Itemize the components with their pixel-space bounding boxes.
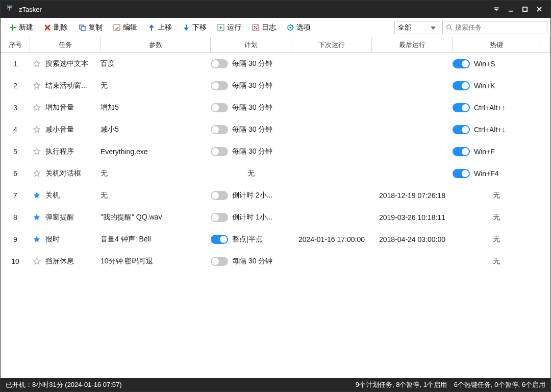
col-idx[interactable]: 序号 <box>1 37 30 52</box>
star-icon[interactable] <box>32 213 41 222</box>
hotkey-toggle[interactable] <box>453 147 470 156</box>
table-row[interactable]: 3增加音量增加5每隔 30 分钟Ctrl+Alt+↑ <box>1 96 550 118</box>
play-icon <box>217 23 225 32</box>
last-run-cell <box>372 96 453 118</box>
col-spacer <box>540 37 549 52</box>
search-input[interactable] <box>455 23 544 31</box>
star-icon[interactable] <box>32 257 41 266</box>
plan-cell: 每隔 30 分钟 <box>211 118 291 140</box>
row-index: 8 <box>1 206 30 228</box>
task-cell: 结束活动窗... <box>30 75 101 96</box>
minimize-icon[interactable] <box>504 2 518 16</box>
up-button[interactable]: 上移 <box>142 21 177 34</box>
run-button[interactable]: 运行 <box>212 21 246 34</box>
col-task[interactable]: 任务 <box>30 37 101 52</box>
hotkey-cell: Win+F <box>453 140 540 162</box>
plan-toggle[interactable] <box>211 147 228 156</box>
hotkey-toggle[interactable] <box>453 169 470 178</box>
star-icon[interactable] <box>32 81 41 90</box>
col-param[interactable]: 参数 <box>101 37 211 52</box>
filter-dropdown[interactable]: 全部 <box>394 21 439 34</box>
table-row[interactable]: 1搜索选中文本百度每隔 30 分钟Win+S <box>1 53 550 75</box>
star-icon[interactable] <box>32 169 41 178</box>
col-hotkey[interactable]: 热键 <box>453 37 540 52</box>
star-icon[interactable] <box>32 103 41 112</box>
last-run-cell: 2018-12-19 07:26:18 <box>372 184 453 206</box>
next-run-cell <box>291 96 372 118</box>
table-row[interactable]: 10挡屏休息10分钟 密码可退每隔 30 分钟无 <box>1 250 550 272</box>
svg-text:T: T <box>8 7 11 12</box>
col-next[interactable]: 下次运行 <box>291 37 372 52</box>
table-row[interactable]: 2结束活动窗...无每隔 30 分钟Win+K <box>1 75 550 96</box>
table-row[interactable]: 4减小音量减小5每隔 30 分钟Ctrl+Alt+↓ <box>1 118 550 140</box>
dropdown-window-icon[interactable] <box>489 2 504 16</box>
star-icon[interactable] <box>32 235 41 244</box>
table-row[interactable]: 8弹窗提醒"我的提醒" QQ.wav倒计时 1小...2019-03-26 10… <box>1 206 550 228</box>
table-row[interactable]: 9报时音量4 钟声: Bell整点|半点2024-01-16 17:00:002… <box>1 228 550 250</box>
table-row[interactable]: 6关机对话框无无Win+F4 <box>1 162 550 184</box>
plan-text: 倒计时 2小... <box>232 191 272 200</box>
uptime-text: 已开机：8小时31分 (2024-01-16 07:57) <box>6 380 122 389</box>
next-run-cell <box>291 184 372 206</box>
plan-toggle[interactable] <box>211 235 228 244</box>
task-name: 搜索选中文本 <box>45 59 88 68</box>
plan-toggle[interactable] <box>211 191 228 200</box>
column-headers: 序号 任务 参数 计划 下次运行 最后运行 热键 <box>1 37 550 53</box>
up-label: 上移 <box>158 23 172 32</box>
star-icon[interactable] <box>32 125 41 134</box>
next-run-cell <box>291 250 372 272</box>
param-cell: 无 <box>101 184 211 206</box>
plan-text: 每隔 30 分钟 <box>232 103 272 112</box>
next-run-cell <box>291 118 372 140</box>
next-run-cell <box>291 75 372 96</box>
delete-button[interactable]: 删除 <box>38 21 73 34</box>
col-plan[interactable]: 计划 <box>211 37 291 52</box>
plan-cell: 倒计时 2小... <box>211 184 291 206</box>
edit-button[interactable]: 编辑 <box>108 21 142 34</box>
app-icon: T <box>5 4 15 14</box>
hotkey-cell: Ctrl+Alt+↓ <box>453 118 540 140</box>
task-cell: 执行程序 <box>30 140 101 162</box>
close-icon[interactable] <box>532 2 546 16</box>
star-icon[interactable] <box>32 147 41 156</box>
plan-toggle[interactable] <box>211 125 228 134</box>
row-index: 4 <box>1 118 30 140</box>
table-row[interactable]: 7关机无倒计时 2小...2018-12-19 07:26:18无 <box>1 184 550 206</box>
param-cell: 增加5 <box>101 96 211 118</box>
hotkey-toggle[interactable] <box>453 81 470 90</box>
down-button[interactable]: 下移 <box>177 21 212 34</box>
table-row[interactable]: 5执行程序Everything.exe每隔 30 分钟Win+F <box>1 140 550 162</box>
hotkey-toggle[interactable] <box>453 125 470 134</box>
maximize-icon[interactable] <box>518 2 532 16</box>
plan-cell: 整点|半点 <box>211 228 291 250</box>
plan-toggle[interactable] <box>211 59 228 68</box>
star-icon[interactable] <box>32 59 41 68</box>
col-last[interactable]: 最后运行 <box>372 37 453 52</box>
plan-text: 每隔 30 分钟 <box>232 147 272 156</box>
last-run-cell: 2019-03-26 10:18:11 <box>372 206 453 228</box>
plan-toggle[interactable] <box>211 213 228 222</box>
param-cell: 10分钟 密码可退 <box>101 250 211 272</box>
task-cell: 报时 <box>30 228 101 250</box>
hotkey-toggle[interactable] <box>453 103 470 112</box>
row-index: 5 <box>1 140 30 162</box>
plan-cell: 每隔 30 分钟 <box>211 53 291 75</box>
log-button[interactable]: 日志 <box>246 21 281 34</box>
plan-toggle[interactable] <box>211 103 228 112</box>
copy-button[interactable]: 复制 <box>73 21 108 34</box>
plan-toggle[interactable] <box>211 257 228 266</box>
search-box[interactable] <box>442 21 547 34</box>
plan-cell: 无 <box>211 162 291 184</box>
star-icon[interactable] <box>32 191 41 200</box>
arrow-up-icon <box>147 23 156 32</box>
search-icon <box>446 24 453 31</box>
hotkey-cell: 无 <box>453 250 540 272</box>
plan-toggle[interactable] <box>211 81 228 90</box>
options-button[interactable]: 选项 <box>281 21 316 34</box>
next-run-cell: 2024-01-16 17:00:00 <box>291 228 372 250</box>
plan-text: 整点|半点 <box>232 235 263 244</box>
row-index: 10 <box>1 250 30 272</box>
hotkey-toggle[interactable] <box>453 59 470 68</box>
new-button[interactable]: 新建 <box>4 21 38 34</box>
edit-icon <box>113 23 121 32</box>
